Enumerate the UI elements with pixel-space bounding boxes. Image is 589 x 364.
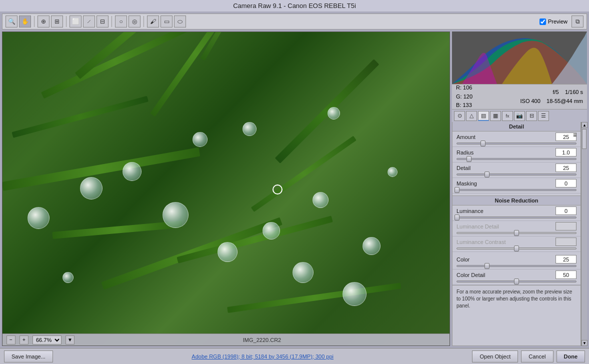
info-message: For a more accurate preview, zoom the pr…: [452, 285, 580, 312]
adjustment-brush[interactable]: 🖌: [147, 16, 159, 28]
right-panel: R: 106 G: 120 B: 133: [452, 32, 587, 346]
scroll-down-btn[interactable]: ▼: [582, 340, 588, 346]
color-detail-label: Color Detail: [456, 272, 485, 278]
amount-slider[interactable]: [456, 142, 576, 144]
gradient-filter[interactable]: ▭: [160, 16, 172, 28]
luminance-detail-label: Luminance Detail: [456, 224, 499, 230]
radius-row: Radius 1.0: [452, 147, 580, 162]
scroll-thumb[interactable]: [582, 129, 586, 149]
detail-label-row: Detail 25: [456, 164, 576, 172]
color-thumb[interactable]: [484, 263, 490, 269]
color-row: Color 25: [452, 254, 580, 270]
detail-header: Detail: [452, 122, 580, 132]
masking-value[interactable]: 0: [556, 179, 576, 188]
preview-checkbox[interactable]: [540, 18, 546, 25]
zoom-tool[interactable]: 🔍: [6, 16, 18, 28]
lum-contrast-label-row: Luminance Contrast: [456, 238, 576, 246]
luminance-contrast-thumb: [514, 246, 519, 252]
color-detail-thumb[interactable]: [514, 278, 519, 284]
luminance-slider[interactable]: [456, 216, 576, 218]
tab-tone-curve[interactable]: △: [466, 111, 477, 121]
zoom-select[interactable]: 66.7% 100% 50% 25%: [32, 336, 62, 344]
tool-separator-1: [34, 16, 34, 27]
color-detail-row: Color Detail 50: [452, 270, 580, 285]
radius-value[interactable]: 1.0: [556, 148, 576, 156]
color-label-row: Color 25: [456, 255, 576, 264]
done-button[interactable]: Done: [556, 350, 586, 362]
spot-removal-tool[interactable]: ○: [115, 16, 127, 28]
luminance-detail-slider: [456, 232, 576, 234]
tab-presets[interactable]: ☰: [538, 111, 549, 121]
tab-camera[interactable]: 📷: [514, 111, 525, 121]
detail-sharpening-slider[interactable]: [456, 174, 576, 176]
filename-label: IMG_2220.CR2: [78, 337, 446, 343]
luminance-thumb[interactable]: [454, 214, 460, 220]
tab-hsl[interactable]: ▦: [490, 111, 501, 121]
title-bar: Camera Raw 9.1 - Canon EOS REBEL T5i: [0, 0, 589, 12]
crop-tool[interactable]: ⬜: [70, 16, 82, 28]
luminance-row: Luminance 0: [452, 206, 580, 221]
color-detail-slider[interactable]: [456, 280, 576, 282]
rgb-info: R: 106 G: 120 B: 133: [452, 84, 587, 109]
adjustments-panel: Detail ≡ Amount 25: [452, 122, 581, 346]
tab-histogram[interactable]: ⊙: [454, 111, 465, 121]
detail-sharpening-thumb[interactable]: [484, 172, 490, 178]
zoom-dropdown-btn[interactable]: ▼: [66, 336, 74, 344]
amount-thumb[interactable]: [480, 140, 486, 146]
color-value[interactable]: 25: [556, 255, 576, 264]
luminance-contrast-value: [556, 238, 576, 246]
transform-tool[interactable]: ⊟: [96, 16, 108, 28]
color-detail-label-row: Color Detail 50: [456, 270, 576, 279]
app-title: Camera Raw 9.1 - Canon EOS REBEL T5i: [233, 2, 356, 10]
histogram-svg: [452, 32, 587, 84]
masking-label-row: Masking 0: [456, 179, 576, 188]
masking-slider[interactable]: [456, 189, 576, 191]
luminance-value[interactable]: 0: [556, 206, 576, 215]
nav-prev-btn[interactable]: −: [6, 336, 16, 344]
redeye-tool[interactable]: ◎: [128, 16, 140, 28]
exif-info: f/5 1/160 s ISO 400 18-55@44 mm: [520, 88, 583, 106]
luminance-detail-thumb: [514, 230, 519, 236]
color-profile-link[interactable]: Adobe RGB (1998); 8 bit; 5184 by 3456 (1…: [192, 354, 334, 360]
radius-label: Radius: [456, 150, 474, 156]
tab-lens[interactable]: ⊟: [526, 111, 537, 121]
luminance-label: Luminance: [456, 208, 484, 214]
noise-reduction-header: Noise Reduction: [452, 196, 580, 206]
amount-row: Amount 25: [452, 132, 580, 147]
open-object-button[interactable]: Open Object: [472, 350, 518, 362]
hand-tool[interactable]: ✋: [19, 16, 31, 28]
tab-fx[interactable]: fx: [502, 111, 513, 121]
cancel-button[interactable]: Cancel: [521, 350, 553, 362]
adjustments-area: Detail ≡ Amount 25: [452, 122, 587, 346]
fullscreen-btn[interactable]: ⧉: [572, 16, 584, 28]
amount-label-row: Amount 25: [456, 132, 576, 141]
tab-detail[interactable]: ▤: [478, 111, 489, 121]
radial-filter[interactable]: ⬭: [174, 16, 186, 28]
preview-area: Preview ⧉: [540, 16, 584, 28]
tool-separator-4: [144, 16, 144, 27]
image-background: [2, 32, 450, 346]
histogram-area: R: 106 G: 120 B: 133: [452, 32, 587, 109]
color-slider[interactable]: [456, 265, 576, 267]
eyedropper-tool[interactable]: ⊕: [38, 16, 50, 28]
scrollbar[interactable]: ▲ ▼: [581, 122, 587, 346]
masking-thumb[interactable]: [454, 187, 460, 193]
section-detail: Detail ≡: [452, 122, 580, 132]
luminance-contrast-row: Luminance Contrast: [452, 236, 580, 252]
nav-add-btn[interactable]: +: [20, 336, 28, 344]
radius-slider[interactable]: [456, 158, 576, 160]
detail-sharpening-value[interactable]: 25: [556, 164, 576, 172]
section-menu-icon[interactable]: ≡: [573, 132, 576, 138]
straighten-tool[interactable]: ⟋: [83, 16, 95, 28]
tool-separator-3: [112, 16, 112, 27]
masking-row: Masking 0: [452, 178, 580, 194]
color-detail-value[interactable]: 50: [556, 270, 576, 279]
luminance-contrast-slider: [456, 248, 576, 250]
tabs-panel: ⊙ △ ▤ ▦ fx 📷 ⊟ ☰: [452, 109, 587, 122]
save-image-button[interactable]: Save Image...: [4, 350, 53, 362]
preview-label[interactable]: Preview: [548, 18, 568, 24]
target-tool[interactable]: ⊞: [51, 16, 63, 28]
scroll-up-btn[interactable]: ▲: [582, 122, 588, 128]
image-panel: − + 66.7% 100% 50% 25% ▼ IMG_2220.CR2: [2, 32, 450, 346]
radius-thumb[interactable]: [466, 156, 472, 162]
